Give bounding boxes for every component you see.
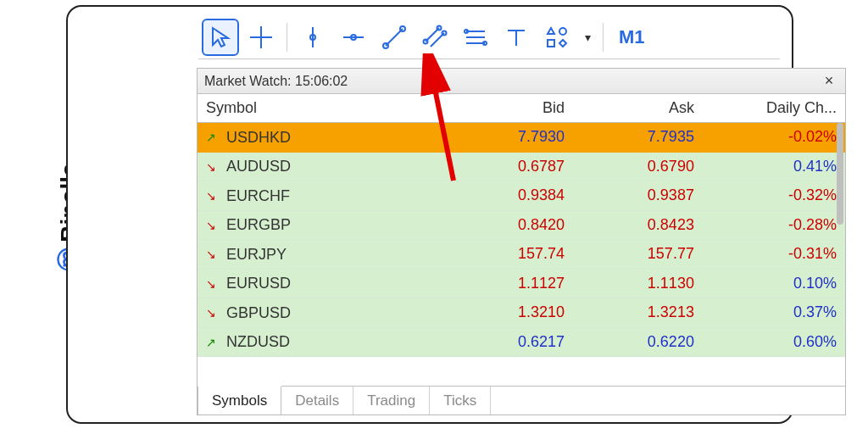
channel-icon <box>422 25 448 50</box>
bid-value: 1.1127 <box>431 269 573 298</box>
daily-change-value: -0.31% <box>703 240 845 270</box>
symbol-name: USDHKD <box>226 129 291 147</box>
market-watch-table: Symbol Bid Ask Daily Ch... ↗USDHKD7.7930… <box>198 94 845 357</box>
trend-down-icon: ↘ <box>206 219 220 232</box>
market-watch-panel: Market Watch: 15:06:02 × Symbol Bid Ask … <box>197 68 846 415</box>
horizontal-line-icon <box>341 25 366 50</box>
table-header-row[interactable]: Symbol Bid Ask Daily Ch... <box>198 94 845 123</box>
shapes-icon <box>544 25 570 50</box>
daily-change-value: 0.60% <box>703 327 845 357</box>
bid-value: 0.9384 <box>431 181 573 211</box>
shapes-dropdown-button[interactable]: ▾ <box>579 19 596 56</box>
bid-value: 7.7930 <box>431 123 573 153</box>
ask-value: 0.9387 <box>573 181 703 211</box>
fibonacci-icon <box>463 25 488 50</box>
col-bid[interactable]: Bid <box>431 94 573 123</box>
shapes-tool-button[interactable] <box>538 19 576 56</box>
tab-symbols[interactable]: Symbols <box>198 386 281 415</box>
tab-ticks[interactable]: Ticks <box>430 387 491 415</box>
crosshair-icon <box>248 25 274 50</box>
table-row[interactable]: ↗NZDUSD0.62170.62200.60% <box>198 327 845 357</box>
table-row[interactable]: ↗USDHKD7.79307.7935-0.02% <box>198 123 845 153</box>
symbol-name: GBPUSD <box>226 304 291 322</box>
ask-value: 0.6790 <box>573 152 703 181</box>
bid-value: 1.3210 <box>431 298 573 328</box>
scrollbar-thumb[interactable] <box>837 123 843 225</box>
tab-trading[interactable]: Trading <box>353 387 430 415</box>
panel-tabs: SymbolsDetailsTradingTicks <box>198 386 845 415</box>
symbol-name: EURJPY <box>226 246 287 264</box>
cursor-icon <box>208 25 233 50</box>
close-button[interactable]: × <box>820 72 838 91</box>
daily-change-value: -0.02% <box>703 123 845 153</box>
ask-value: 157.77 <box>573 240 703 270</box>
trend-line-icon <box>381 25 407 50</box>
panel-title-text: Market Watch: 15:06:02 <box>204 74 348 89</box>
trend-down-icon: ↘ <box>206 277 220 291</box>
vertical-line-icon <box>300 25 326 50</box>
bid-value: 0.8420 <box>431 210 573 240</box>
trend-line-tool-button[interactable] <box>376 19 413 56</box>
trend-down-icon: ↘ <box>206 306 220 320</box>
table-row[interactable]: ↘EURCHF0.93840.9387-0.32% <box>198 181 845 211</box>
ask-value: 1.3213 <box>573 298 703 328</box>
table-row[interactable]: ↘EURUSD1.11271.11300.10% <box>198 269 845 298</box>
svg-rect-22 <box>548 40 554 47</box>
ask-value: 1.1130 <box>573 269 703 298</box>
table-row[interactable]: ↘GBPUSD1.32101.32130.37% <box>198 298 845 328</box>
svg-point-21 <box>559 28 566 35</box>
text-icon <box>504 25 529 50</box>
daily-change-value: 0.41% <box>703 152 845 181</box>
text-tool-button[interactable] <box>498 19 535 56</box>
col-ask[interactable]: Ask <box>573 94 703 123</box>
vertical-line-tool-button[interactable] <box>294 19 331 56</box>
trend-down-icon: ↘ <box>206 189 220 203</box>
timeframe-label: M1 <box>619 26 645 48</box>
ask-value: 7.7935 <box>573 123 703 153</box>
daily-change-value: 0.10% <box>703 269 845 298</box>
daily-change-value: -0.32% <box>703 181 845 211</box>
col-symbol[interactable]: Symbol <box>198 94 431 123</box>
chevron-down-icon: ▾ <box>585 31 591 44</box>
horizontal-line-tool-button[interactable] <box>335 19 372 56</box>
daily-change-value: 0.37% <box>703 298 845 328</box>
table-viewport: Symbol Bid Ask Daily Ch... ↗USDHKD7.7930… <box>198 94 845 386</box>
screenshot-frame: ▾ M1 Market Watch: 15:06:02 × Symbol <box>66 5 793 424</box>
timeframe-button[interactable]: M1 <box>610 19 654 56</box>
trend-down-icon: ↘ <box>206 248 220 261</box>
cursor-tool-button[interactable] <box>202 19 239 56</box>
symbol-name: NZDUSD <box>226 333 290 351</box>
ask-value: 0.8423 <box>573 210 703 240</box>
fibonacci-tool-button[interactable] <box>457 19 494 56</box>
toolbar-separator <box>287 23 287 52</box>
toolbar-separator <box>603 23 604 52</box>
daily-change-value: -0.28% <box>703 210 845 240</box>
svg-line-6 <box>386 29 403 46</box>
tab-details[interactable]: Details <box>281 387 353 415</box>
bid-value: 157.74 <box>431 240 573 270</box>
table-row[interactable]: ↘EURGBP0.84200.8423-0.28% <box>198 210 845 240</box>
panel-titlebar[interactable]: Market Watch: 15:06:02 × <box>198 69 845 94</box>
drawing-toolbar: ▾ M1 <box>198 15 780 59</box>
symbol-name: AUDUSD <box>226 158 291 175</box>
bid-value: 0.6217 <box>431 327 573 357</box>
ask-value: 0.6220 <box>573 327 703 357</box>
symbol-name: EURUSD <box>226 275 291 292</box>
channel-tool-button[interactable] <box>416 19 453 56</box>
crosshair-tool-button[interactable] <box>242 19 280 56</box>
trend-down-icon: ↘ <box>206 160 220 174</box>
table-row[interactable]: ↘AUDUSD0.67870.67900.41% <box>198 152 845 181</box>
close-icon: × <box>825 72 834 90</box>
trend-up-icon: ↗ <box>206 131 220 144</box>
table-row[interactable]: ↘EURJPY157.74157.77-0.31% <box>198 240 845 270</box>
symbol-name: EURCHF <box>226 187 290 205</box>
col-daily[interactable]: Daily Ch... <box>703 94 845 123</box>
trend-up-icon: ↗ <box>206 336 220 349</box>
symbol-name: EURGBP <box>226 216 291 234</box>
bid-value: 0.6787 <box>431 152 573 181</box>
